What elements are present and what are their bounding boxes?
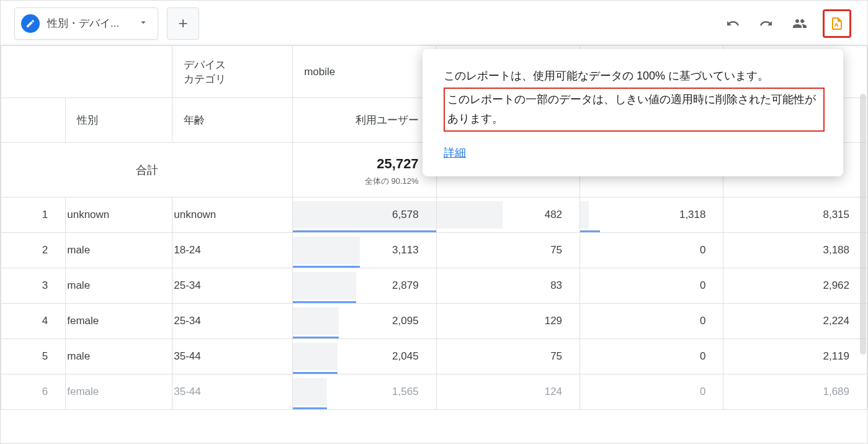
row-metric-3: 0 [580,233,723,268]
mobile-column-header[interactable]: mobile [293,46,436,98]
undo-button[interactable] [722,13,743,34]
row-metric-2: 75 [436,339,579,374]
row-metric-3: 0 [580,268,723,304]
pencil-icon [21,14,40,33]
row-mobile-users: 2,879 [293,268,436,304]
row-metric-2: 83 [436,268,579,304]
redo-button[interactable] [756,13,777,34]
row-index: 5 [1,339,66,374]
row-mobile-users: 6,578 [293,197,436,233]
row-age: 18-24 [172,233,293,268]
row-index: 2 [1,233,66,268]
gender-header[interactable]: 性別 [66,98,172,143]
table-row[interactable]: 2male18-243,1137503,188 [1,233,867,268]
row-gender: female [66,374,172,410]
row-age: 25-34 [172,268,293,304]
row-gender: male [66,268,172,304]
row-total: 2,224 [723,304,867,339]
scrollbar[interactable] [860,94,866,355]
chevron-down-icon[interactable] [138,17,149,30]
row-index: 1 [1,197,66,233]
data-quality-highlight [823,9,851,38]
table-row[interactable]: 4female25-342,09512902,224 [1,304,867,339]
row-gender: female [66,304,172,339]
total-label: 合計 [1,143,293,197]
row-age: unknown [172,197,293,233]
users-header[interactable]: 利用ユーザー [293,98,436,143]
toolbar-actions [722,9,860,38]
row-mobile-users: 2,045 [293,339,436,374]
table-row[interactable]: 3male25-342,8798302,962 [1,268,867,304]
row-metric-3: 0 [580,339,723,374]
row-total: 1,689 [723,374,867,410]
row-metric-3: 1,318 [580,197,723,233]
row-gender: male [66,233,172,268]
popover-line-1: このレポートは、使用可能なデータの 100% に基づいています。 [444,66,825,86]
row-metric-2: 75 [436,233,579,268]
row-gender: unknown [66,197,172,233]
popover-details-link[interactable]: 詳細 [444,145,466,160]
data-quality-popover: このレポートは、使用可能なデータの 100% に基づいています。 このレポートの… [423,49,843,176]
plus-icon: + [179,14,188,33]
row-mobile-users: 1,565 [293,374,436,410]
toolbar: 性別・デバイ... + [1,1,867,45]
share-users-button[interactable] [789,13,810,34]
table-row[interactable]: 5male35-442,0457502,119 [1,339,867,374]
row-index: 6 [1,374,66,410]
row-age: 35-44 [172,339,293,374]
row-mobile-users: 3,113 [293,233,436,268]
row-index: 4 [1,304,66,339]
row-metric-2: 482 [436,197,579,233]
row-metric-2: 124 [436,374,579,410]
row-total: 8,315 [723,197,867,233]
row-mobile-users: 2,095 [293,304,436,339]
age-header[interactable]: 年齢 [172,98,293,143]
row-gender: male [66,339,172,374]
table-row[interactable]: 6female35-441,56512401,689 [1,374,867,410]
tab-title: 性別・デバイ... [47,16,119,30]
row-metric-3: 0 [580,304,723,339]
total-mobile-users: 25,727 全体の 90.12% [293,143,436,197]
table-row[interactable]: 1unknownunknown6,5784821,3188,315 [1,197,867,233]
row-age: 35-44 [172,374,293,410]
row-total: 2,962 [723,268,867,304]
row-age: 25-34 [172,304,293,339]
row-metric-3: 0 [580,374,723,410]
row-index: 3 [1,268,66,304]
exploration-tab[interactable]: 性別・デバイ... [14,7,158,40]
row-metric-2: 129 [436,304,579,339]
row-total: 3,188 [723,233,867,268]
add-tab-button[interactable]: + [167,7,199,40]
popover-threshold-warning: このレポートの一部のデータは、しきい値の適用時に削除された可能性があります。 [444,88,825,132]
row-total: 2,119 [723,339,867,374]
data-quality-button[interactable] [826,13,848,34]
device-category-header[interactable]: デバイス カテゴリ [172,46,293,98]
